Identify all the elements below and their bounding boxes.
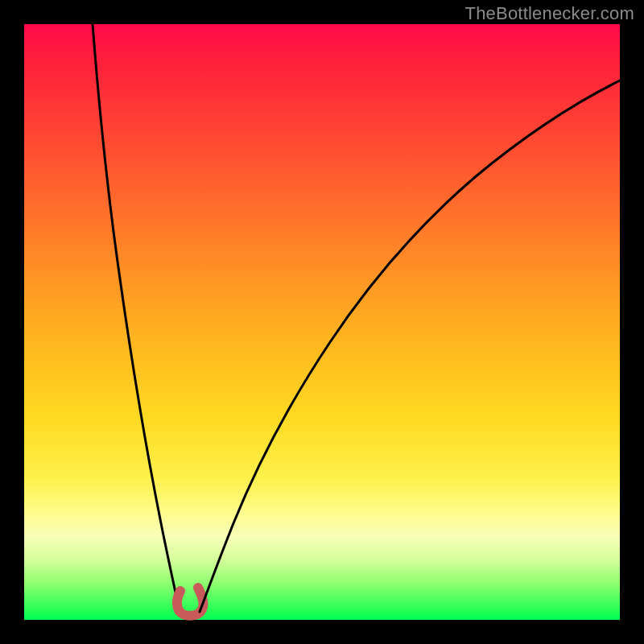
curve-right-branch: [200, 80, 620, 612]
watermark-text: TheBottlenecker.com: [465, 3, 634, 24]
curve-left-branch: [93, 24, 180, 612]
chart-frame: TheBottlenecker.com: [0, 0, 644, 644]
curve-layer: [24, 24, 620, 620]
plot-area: [24, 24, 620, 620]
